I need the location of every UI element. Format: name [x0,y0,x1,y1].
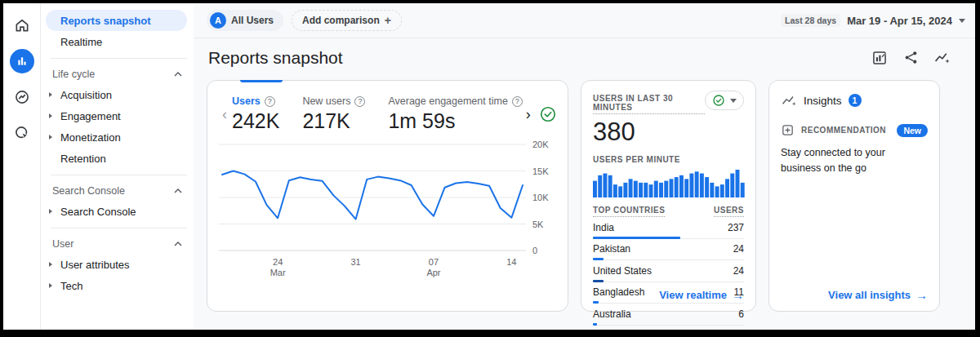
customize-report-icon[interactable] [871,49,889,67]
top-countries-table: India237Pakistan24United States24Banglad… [593,217,744,326]
svg-text:20K: 20K [532,140,549,149]
help-icon[interactable]: ? [265,96,275,107]
sidebar-item-tech[interactable]: Tech [41,275,187,296]
chevron-left-icon[interactable]: ‹ [219,106,230,123]
cards-row: ‹ Users?242KNew users?217KAverage engage… [194,77,975,312]
sidebar-section-user[interactable]: User [41,234,194,254]
sidebar-divider [51,175,187,175]
chevron-right-icon[interactable]: › [523,106,534,123]
share-icon[interactable] [902,49,920,67]
nav-rail [3,3,41,330]
expand-arrow-icon[interactable] [49,92,52,97]
recommendation-label: RECOMMENDATION [801,126,890,135]
country-row[interactable]: United States24 [593,260,744,282]
sidebar-item-search-console[interactable]: Search Console [41,201,187,222]
chevron-down-icon [730,99,737,103]
svg-text:24: 24 [273,257,283,267]
users-per-minute-bar-chart[interactable] [593,167,746,197]
realtime-title: USERS IN LAST 30 MINUTES [593,94,705,114]
realtime-users-value: 380 [593,118,744,147]
metric-carousel: ‹ Users?242KNew users?217KAverage engage… [219,95,556,133]
arrow-right-icon: → [732,288,744,302]
page-title: Reports snapshot [208,48,343,68]
country-bar [593,323,597,326]
insights-spark-icon [781,92,797,109]
top-countries-header[interactable]: TOP COUNTRIES [593,206,665,217]
svg-text:10K: 10K [532,193,549,202]
expand-arrow-icon[interactable] [49,209,52,214]
sidebar-item-user-attributes[interactable]: User attributes [41,254,187,275]
data-quality-icon[interactable] [539,105,557,123]
svg-text:5K: 5K [532,219,544,229]
expand-arrow-icon[interactable] [49,262,52,267]
metric-list: Users?242KNew users?217KAverage engageme… [232,95,523,133]
users-header[interactable]: USERS [714,206,744,217]
main-content: A All Users Add comparison + Last 28 day… [194,3,975,330]
segment-label: All Users [231,15,274,26]
metric-new-users[interactable]: New users?217K [302,95,365,133]
chevron-up-icon [174,72,182,77]
country-row[interactable]: Australia6 [593,304,744,326]
insights-title: Insights [804,95,842,107]
expand-arrow-icon[interactable] [49,113,52,118]
sidebar-section-life-cycle[interactable]: Life cycle [41,64,194,84]
sidebar-divider [51,228,187,228]
chevron-down-icon [959,19,965,23]
metric-average-engagement-time[interactable]: Average engagement time?1m 59s [388,95,522,133]
svg-text:07: 07 [429,257,439,267]
new-badge: New [897,124,928,137]
insight-text[interactable]: Stay connected to your business on the g… [781,145,928,176]
all-users-segment[interactable]: A All Users [207,10,283,31]
country-row[interactable]: India237 [593,217,744,239]
date-range-picker[interactable]: Last 28 days Mar 19 - Apr 15, 2024 [781,14,965,27]
svg-text:14: 14 [506,257,516,267]
sidebar-section-search-console[interactable]: Search Console [41,181,194,201]
sidebar-divider [51,58,187,59]
realtime-status-dropdown[interactable] [705,91,744,110]
sidebar-item-engagement[interactable]: Engagement [41,105,187,126]
help-icon[interactable]: ? [512,96,523,107]
reports-icon[interactable] [10,49,34,73]
date-range-text: Mar 19 - Apr 15, 2024 [847,15,952,27]
overview-chart-card: ‹ Users?242KNew users?217KAverage engage… [207,80,568,312]
report-nav-drawer: Reports snapshotRealtimeLife cycleAcquis… [41,3,194,330]
chevron-up-icon [174,242,182,246]
expand-arrow-icon[interactable] [49,283,52,288]
realtime-card: USERS IN LAST 30 MINUTES 380 USERS PER M… [581,80,756,312]
svg-text:Mar: Mar [270,268,286,277]
help-icon[interactable]: ? [354,96,365,107]
recommendation-icon [781,123,795,137]
metric-value: 242K [232,109,279,133]
view-all-insights-link[interactable]: View all insights → [828,288,928,302]
sidebar-item-reports-snapshot[interactable]: Reports snapshot [46,10,187,31]
metric-users[interactable]: Users?242K [232,95,279,133]
metric-value: 217K [302,109,365,133]
comparison-bar: A All Users Add comparison + Last 28 day… [194,3,975,38]
arrow-right-icon: → [915,288,928,302]
advertising-icon[interactable] [10,121,34,145]
chevron-up-icon [174,188,182,193]
check-circle-icon [712,94,725,107]
plus-icon: + [385,14,391,27]
sidebar-item-realtime[interactable]: Realtime [41,31,187,52]
view-realtime-link[interactable]: View realtime → [659,288,744,302]
svg-text:0: 0 [532,246,537,255]
sidebar-item-monetization[interactable]: Monetization [41,126,187,148]
svg-text:31: 31 [350,257,360,267]
segment-avatar: A [210,12,226,29]
users-trend-line-chart[interactable]: 05K10K15K20K24Mar3107Apr14 [219,138,555,286]
explore-icon[interactable] [10,85,34,109]
expand-arrow-icon[interactable] [49,135,52,140]
date-preset-chip: Last 28 days [781,14,840,27]
titlebar: Reports snapshot [194,38,975,77]
insights-card: Insights 1 RECOMMENDATION New Stay conne… [768,80,940,312]
sidebar-item-acquisition[interactable]: Acquisition [41,84,187,105]
active-metric-indicator [240,80,283,82]
users-per-minute-label: USERS PER MINUTE [593,155,744,164]
home-icon[interactable] [10,13,34,38]
add-comparison-button[interactable]: Add comparison + [292,10,402,31]
metric-value: 1m 59s [388,109,522,133]
sidebar-item-retention[interactable]: Retention [41,148,187,169]
insights-icon[interactable] [933,49,951,67]
country-row[interactable]: Pakistan24 [593,239,744,261]
